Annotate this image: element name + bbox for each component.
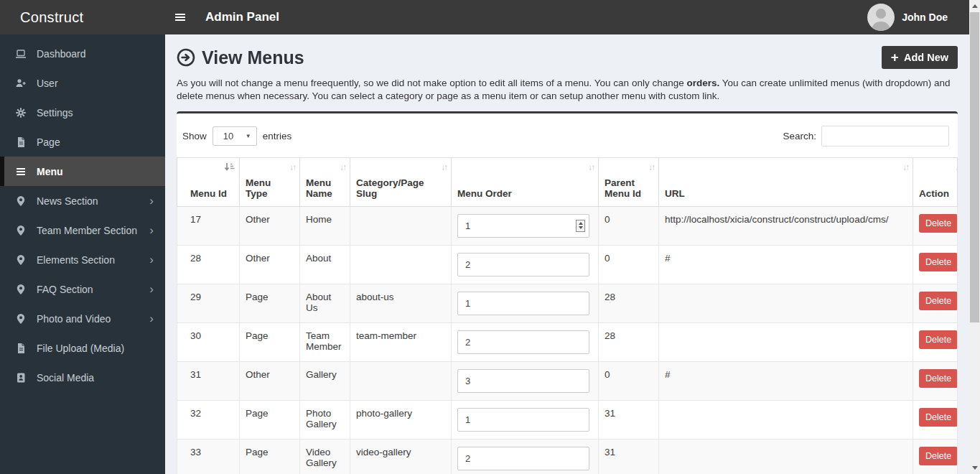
cell-url — [659, 322, 913, 361]
search-input[interactable] — [821, 126, 949, 147]
sidebar-item-label: Menu — [37, 166, 63, 177]
chevron-right-icon: › — [149, 254, 154, 266]
cell-category-page-slug — [350, 361, 452, 400]
column-header-menu-order[interactable]: Menu Order↓↑ — [452, 157, 599, 206]
cell-action: Delete — [913, 439, 958, 474]
map-pin-icon — [14, 225, 27, 236]
column-header-parent-menu-id[interactable]: Parent Menu Id↓↑ — [599, 157, 659, 206]
cell-menu-id: 17 — [177, 206, 240, 245]
sidebar-item-label: Photo and Video — [37, 313, 111, 325]
menu-order-input[interactable] — [457, 214, 589, 238]
sidebar-item-label: User — [37, 78, 58, 89]
menu-order-input[interactable] — [457, 253, 589, 276]
cell-menu-name: Photo Gallery — [300, 400, 350, 439]
table-row: 31OtherGallery0#Delete — [177, 361, 958, 400]
vertical-scrollbar[interactable] — [969, 0, 980, 474]
column-label: Category/Page Slug — [356, 177, 424, 199]
number-spinner-icon[interactable] — [576, 220, 585, 232]
column-label: Action — [919, 188, 949, 199]
delete-button[interactable]: Delete — [919, 408, 958, 427]
cell-url: http://localhost/xicia/construct/constru… — [659, 206, 913, 245]
sidebar-item-label: Settings — [37, 107, 73, 118]
entries-label: entries — [263, 131, 292, 141]
entries-select-value: 10 — [223, 131, 246, 141]
sort-ascending-icon — [224, 162, 235, 174]
chevron-right-icon: › — [149, 195, 154, 207]
scroll-down-icon[interactable] — [969, 462, 980, 474]
sidebar-toggle-icon[interactable] — [175, 12, 185, 22]
cell-menu-id: 31 — [177, 361, 240, 400]
column-header-menu-id[interactable]: Menu Id — [177, 157, 240, 206]
cell-category-page-slug: team-member — [350, 322, 452, 361]
address-book-icon — [14, 372, 27, 384]
sidebar-item-label: Team Member Section — [37, 225, 137, 236]
delete-button[interactable]: Delete — [919, 292, 958, 310]
menus-table: Menu IdMenu Type↓↑Menu Name↓↑Category/Pa… — [177, 157, 958, 474]
sidebar-item-label: File Upload (Media) — [37, 343, 124, 354]
cell-menu-type: Page — [240, 439, 300, 474]
menu-order-input[interactable] — [457, 330, 589, 354]
sidebar-item-news-section[interactable]: News Section› — [0, 186, 165, 215]
column-header-url[interactable]: URL↓↑ — [659, 157, 913, 206]
sidebar-item-faq-section[interactable]: FAQ Section› — [0, 274, 165, 304]
bars-icon — [14, 166, 27, 177]
sidebar-item-file-upload-media[interactable]: File Upload (Media) — [0, 333, 165, 363]
sidebar-item-photo-and-video[interactable]: Photo and Video› — [0, 304, 165, 333]
column-header-menu-name[interactable]: Menu Name↓↑ — [300, 157, 350, 206]
column-header-category-page-slug[interactable]: Category/Page Slug↓↑ — [350, 157, 452, 206]
cell-menu-order — [452, 245, 599, 284]
menu-order-input[interactable] — [457, 408, 589, 432]
sidebar-item-dashboard[interactable]: Dashboard — [0, 39, 165, 68]
cell-menu-order — [452, 400, 599, 439]
cell-action: Delete — [913, 361, 958, 400]
column-header-action[interactable]: Action↓↑ — [913, 157, 958, 206]
column-header-menu-type[interactable]: Menu Type↓↑ — [240, 157, 300, 206]
add-new-button[interactable]: + Add New — [882, 46, 958, 69]
menu-order-input[interactable] — [457, 292, 589, 315]
user-menu[interactable]: John Doe — [867, 4, 948, 31]
menu-order-input[interactable] — [457, 447, 589, 470]
table-row: 30PageTeam Memberteam-member28Delete — [177, 322, 958, 361]
delete-button[interactable]: Delete — [919, 447, 958, 465]
page-title-text: View Menus — [202, 47, 304, 68]
cell-parent-menu-id: 0 — [599, 361, 659, 400]
cell-category-page-slug — [350, 245, 452, 284]
cell-parent-menu-id: 28 — [599, 322, 659, 361]
brand-logo[interactable]: Construct — [0, 9, 165, 26]
cell-menu-type: Other — [240, 361, 300, 400]
cell-action: Delete — [913, 284, 958, 322]
cell-menu-id: 30 — [177, 322, 240, 361]
cell-menu-id: 29 — [177, 284, 240, 322]
user-name: John Doe — [902, 11, 948, 23]
scroll-up-icon[interactable] — [969, 0, 980, 12]
sidebar-item-user[interactable]: User — [0, 68, 165, 98]
scrollbar-thumb[interactable] — [970, 12, 979, 322]
sidebar-item-team-member-section[interactable]: Team Member Section› — [0, 215, 165, 245]
delete-button[interactable]: Delete — [919, 330, 958, 349]
column-label: Menu Id — [190, 188, 227, 199]
delete-button[interactable]: Delete — [919, 369, 958, 388]
sidebar-item-label: Dashboard — [37, 48, 86, 60]
cell-menu-order — [452, 361, 599, 400]
user-plus-icon — [14, 78, 27, 89]
sort-icon: ↓↑ — [648, 162, 654, 172]
delete-button[interactable]: Delete — [919, 253, 958, 271]
sidebar-item-social-media[interactable]: Social Media — [0, 363, 165, 392]
menus-panel: Show 10 ▼ entries Search: Menu IdMenu Ty… — [177, 111, 958, 474]
sidebar-item-label: Page — [37, 136, 60, 148]
delete-button[interactable]: Delete — [919, 214, 958, 233]
sidebar-item-label: News Section — [37, 195, 98, 207]
map-pin-icon — [14, 313, 27, 325]
file-icon — [14, 343, 27, 354]
cell-parent-menu-id: 31 — [599, 400, 659, 439]
menu-order-input[interactable] — [457, 369, 589, 393]
sidebar-item-menu[interactable]: Menu — [0, 157, 165, 186]
sidebar-item-settings[interactable]: Settings — [0, 98, 165, 127]
sidebar-item-page[interactable]: Page — [0, 127, 165, 157]
cell-parent-menu-id: 28 — [599, 284, 659, 322]
entries-select[interactable]: 10 ▼ — [213, 126, 257, 146]
search-label: Search: — [783, 131, 816, 141]
sidebar-item-elements-section[interactable]: Elements Section› — [0, 245, 165, 274]
page-title: View Menus — [177, 47, 304, 68]
map-pin-icon — [14, 254, 27, 266]
